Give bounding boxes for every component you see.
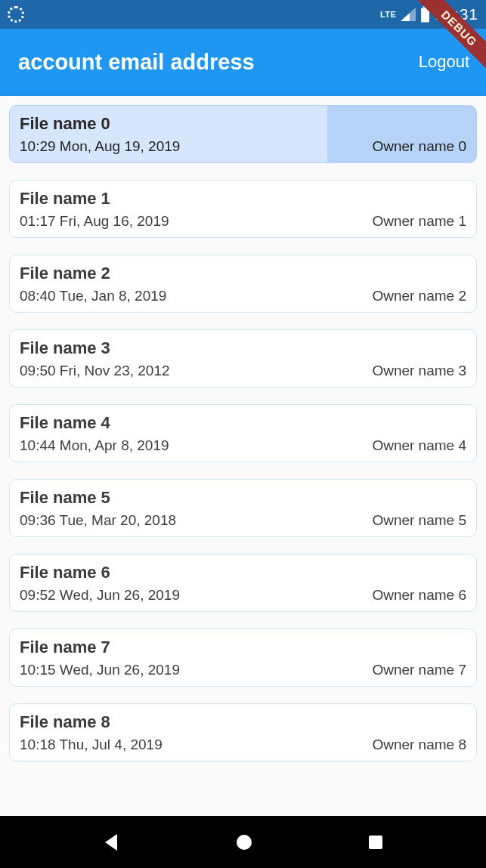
svg-point-2 — [237, 835, 252, 850]
file-owner: Owner name 6 — [372, 587, 466, 604]
file-meta-row: 09:50 Fri, Nov 23, 2012Owner name 3 — [20, 363, 466, 379]
file-meta-row: 10:44 Mon, Apr 8, 2019Owner name 4 — [20, 437, 466, 454]
file-name-label: File name 6 — [20, 563, 466, 582]
file-timestamp: 08:40 Tue, Jan 8, 2019 — [20, 288, 166, 304]
file-meta-row: 09:52 Wed, Jun 26, 2019Owner name 6 — [20, 587, 466, 604]
file-timestamp: 09:36 Tue, Mar 20, 2018 — [20, 512, 176, 529]
file-card[interactable]: File name 101:17 Fri, Aug 16, 2019Owner … — [9, 180, 477, 238]
file-timestamp: 10:29 Mon, Aug 19, 2019 — [20, 138, 180, 155]
file-meta-row: 01:17 Fri, Aug 16, 2019Owner name 1 — [20, 213, 466, 230]
file-card[interactable]: File name 010:29 Mon, Aug 19, 2019Owner … — [9, 105, 477, 163]
file-owner: Owner name 8 — [372, 737, 466, 753]
file-name-label: File name 8 — [20, 712, 466, 732]
file-owner: Owner name 1 — [372, 213, 466, 230]
file-card[interactable]: File name 208:40 Tue, Jan 8, 2019Owner n… — [9, 255, 477, 313]
app-title: account email address — [18, 50, 255, 75]
file-name-label: File name 0 — [20, 114, 466, 134]
file-name-label: File name 4 — [20, 413, 466, 433]
svg-rect-3 — [369, 836, 382, 849]
file-owner: Owner name 5 — [372, 512, 466, 529]
file-card[interactable]: File name 710:15 Wed, Jun 26, 2019Owner … — [9, 629, 477, 687]
file-owner: Owner name 2 — [372, 288, 466, 304]
file-owner: Owner name 4 — [372, 437, 466, 454]
file-meta-row: 08:40 Tue, Jan 8, 2019Owner name 2 — [20, 288, 466, 304]
file-meta-row: 10:18 Thu, Jul 4, 2019Owner name 8 — [20, 737, 466, 753]
file-timestamp: 10:44 Mon, Apr 8, 2019 — [20, 437, 169, 454]
file-name-label: File name 7 — [20, 638, 466, 657]
nav-recent-button[interactable] — [367, 833, 385, 851]
file-timestamp: 10:18 Thu, Jul 4, 2019 — [20, 737, 163, 753]
file-name-label: File name 2 — [20, 264, 466, 283]
app-bar: account email address Logout — [0, 29, 486, 96]
file-timestamp: 09:50 Fri, Nov 23, 2012 — [20, 363, 170, 379]
file-card[interactable]: File name 810:18 Thu, Jul 4, 2019Owner n… — [9, 703, 477, 761]
file-list[interactable]: File name 010:29 Mon, Aug 19, 2019Owner … — [0, 96, 486, 816]
file-meta-row: 10:15 Wed, Jun 26, 2019Owner name 7 — [20, 662, 466, 678]
network-type-label: LTE — [380, 10, 396, 19]
file-name-label: File name 5 — [20, 488, 466, 508]
file-name-label: File name 3 — [20, 338, 466, 358]
nav-home-button[interactable] — [234, 832, 254, 852]
file-timestamp: 10:15 Wed, Jun 26, 2019 — [20, 662, 180, 678]
file-card[interactable]: File name 410:44 Mon, Apr 8, 2019Owner n… — [9, 404, 477, 462]
file-timestamp: 09:52 Wed, Jun 26, 2019 — [20, 587, 180, 604]
file-owner: Owner name 7 — [372, 662, 466, 678]
file-name-label: File name 1 — [20, 189, 466, 209]
file-card[interactable]: File name 609:52 Wed, Jun 26, 2019Owner … — [9, 554, 477, 612]
signal-icon — [401, 8, 416, 21]
system-nav-bar — [0, 816, 486, 868]
logout-button[interactable]: Logout — [419, 52, 469, 72]
file-timestamp: 01:17 Fri, Aug 16, 2019 — [20, 213, 169, 230]
status-bar: LTE 11:31 — [0, 0, 486, 29]
loading-spinner-icon — [8, 6, 24, 23]
file-meta-row: 09:36 Tue, Mar 20, 2018Owner name 5 — [20, 512, 466, 529]
file-owner: Owner name 0 — [372, 138, 466, 155]
file-card[interactable]: File name 309:50 Fri, Nov 23, 2012Owner … — [9, 329, 477, 388]
nav-back-button[interactable] — [102, 832, 122, 852]
file-owner: Owner name 3 — [372, 363, 466, 379]
file-meta-row: 10:29 Mon, Aug 19, 2019Owner name 0 — [20, 138, 466, 155]
file-card[interactable]: File name 509:36 Tue, Mar 20, 2018Owner … — [9, 479, 477, 537]
